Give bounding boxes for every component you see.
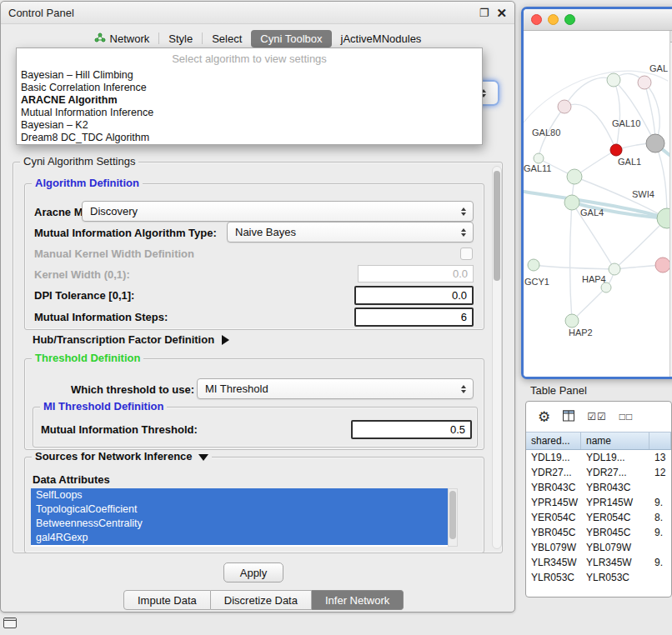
collapsed-arrow-icon bbox=[222, 335, 229, 345]
tab-network[interactable]: Network bbox=[85, 30, 159, 48]
network-node[interactable] bbox=[565, 314, 579, 328]
manual-kernel-checkbox bbox=[460, 248, 473, 260]
algorithm-placeholder: Select algorithm to view settings bbox=[17, 48, 482, 69]
kernel-width-label: Kernel Width (0,1): bbox=[34, 268, 130, 281]
control-panel-titlebar[interactable]: Control Panel ❐ ✕ bbox=[1, 2, 514, 24]
algorithm-option[interactable]: Basic Correlation Inference bbox=[17, 82, 482, 94]
algorithm-option-selected[interactable]: ARACNE Algorithm bbox=[17, 94, 482, 107]
cell: YBR045C bbox=[581, 527, 649, 538]
table-row[interactable]: YPR145W YPR145W 9. bbox=[526, 495, 671, 510]
network-node[interactable] bbox=[558, 100, 571, 113]
network-node[interactable] bbox=[655, 258, 669, 272]
settings-scrollbar[interactable] bbox=[492, 166, 502, 549]
network-edge[interactable] bbox=[534, 265, 614, 269]
network-edge[interactable] bbox=[564, 104, 616, 150]
network-edge[interactable] bbox=[572, 288, 606, 321]
network-node[interactable] bbox=[638, 76, 651, 89]
expanded-arrow-icon bbox=[198, 454, 208, 461]
cell: YPR145W bbox=[526, 497, 581, 508]
algorithm-option[interactable]: Mutual Information Inference bbox=[17, 107, 482, 119]
tab-label: Network bbox=[110, 32, 150, 45]
column-header-name[interactable]: name bbox=[581, 432, 649, 449]
algorithm-option[interactable]: Dream8 DC_TDC Algorithm bbox=[17, 132, 482, 144]
network-node[interactable] bbox=[567, 169, 582, 184]
cell: YLR345W bbox=[526, 557, 581, 568]
cell: 8. bbox=[649, 512, 671, 523]
deselect-all-icon[interactable]: □□ bbox=[619, 412, 634, 422]
cell: 9. bbox=[649, 557, 671, 568]
network-node[interactable] bbox=[646, 134, 664, 152]
tab-infer-network[interactable]: Infer Network bbox=[312, 590, 404, 610]
network-window-titlebar[interactable] bbox=[524, 9, 672, 31]
aracne-mode-select[interactable]: Discovery bbox=[82, 201, 474, 222]
network-node[interactable] bbox=[657, 208, 669, 228]
attribute-item-selected[interactable]: gal4RGexp bbox=[31, 531, 448, 545]
network-graph[interactable]: GAL80GAL10GAL1GAL11SWI4GAL4GCY1HAP4HAP2G… bbox=[524, 31, 669, 377]
select-all-icon[interactable]: ☑☑ bbox=[587, 412, 607, 422]
network-edge[interactable] bbox=[614, 80, 620, 150]
network-node[interactable] bbox=[609, 263, 620, 275]
network-edge[interactable] bbox=[570, 202, 572, 321]
mi-steps-label: Mutual Information Steps: bbox=[34, 311, 168, 323]
network-canvas[interactable]: GAL80GAL10GAL1GAL11SWI4GAL4GCY1HAP4HAP2G… bbox=[524, 31, 672, 377]
zoom-traffic-light[interactable] bbox=[564, 14, 575, 25]
node-label: GAL4 bbox=[580, 208, 604, 218]
mi-steps-field[interactable]: 6 bbox=[354, 308, 474, 327]
float-window-icon[interactable]: ❐ bbox=[479, 8, 489, 18]
settings-scrollbar-thumb[interactable] bbox=[494, 171, 500, 281]
cell: YBL079W bbox=[526, 542, 581, 553]
table-row[interactable]: YBR043C YBR043C bbox=[526, 480, 671, 495]
cell: YPR145W bbox=[581, 497, 649, 508]
tab-select[interactable]: Select bbox=[203, 30, 251, 48]
hub-tf-definition-toggle[interactable]: Hub/Transcription Factor Definition bbox=[33, 333, 229, 346]
network-edge[interactable] bbox=[655, 143, 667, 218]
sources-label: Sources for Network Inference bbox=[35, 450, 193, 462]
tab-impute-data[interactable]: Impute Data bbox=[123, 590, 211, 610]
attributes-scrollbar-thumb[interactable] bbox=[449, 491, 456, 539]
column-header-clipped[interactable] bbox=[649, 432, 671, 449]
hub-tf-label: Hub/Transcription Factor Definition bbox=[33, 333, 214, 346]
table-row[interactable]: YLR345W YLR345W 9. bbox=[526, 555, 671, 570]
tab-cyni-toolbox[interactable]: Cyni Toolbox bbox=[251, 30, 331, 48]
table-row[interactable]: YBR045C YBR045C 9. bbox=[526, 525, 671, 540]
network-node[interactable] bbox=[534, 153, 544, 163]
algorithm-option[interactable]: Bayesian – Hill Climbing bbox=[17, 69, 482, 82]
network-node[interactable] bbox=[607, 73, 620, 87]
kernel-width-field: 0.0 bbox=[358, 265, 474, 282]
close-traffic-light[interactable] bbox=[531, 14, 542, 25]
sources-toggle[interactable]: Sources for Network Inference bbox=[32, 450, 212, 462]
which-threshold-select[interactable]: MI Threshold bbox=[197, 378, 474, 399]
table-row[interactable]: YDR27... YDR27... 12 bbox=[526, 465, 671, 480]
attributes-scrollbar[interactable] bbox=[448, 488, 458, 547]
tab-jactivemodules[interactable]: jActiveMNodules bbox=[332, 30, 431, 48]
apply-button[interactable]: Apply bbox=[223, 562, 283, 582]
table-toolbar: ⚙ ☑☑ □□ bbox=[526, 402, 671, 432]
table-row[interactable]: YLR053C YLR053C bbox=[526, 570, 671, 585]
manual-kernel-label: Manual Kernel Width Definition bbox=[34, 248, 194, 260]
node-label: GAL10 bbox=[612, 118, 640, 128]
table-row[interactable]: YBL079W YBL079W bbox=[526, 540, 671, 555]
dpi-tolerance-field[interactable]: 0.0 bbox=[354, 286, 474, 305]
mi-threshold-field[interactable]: 0.5 bbox=[351, 420, 472, 439]
network-node[interactable] bbox=[564, 195, 579, 210]
attribute-item-selected[interactable]: BetweennessCentrality bbox=[31, 517, 448, 531]
attribute-item-selected[interactable]: SelfLoops bbox=[31, 488, 448, 502]
network-node[interactable] bbox=[610, 144, 622, 156]
network-node[interactable] bbox=[528, 259, 539, 271]
collapsed-panel-icon[interactable] bbox=[3, 618, 17, 628]
table-row[interactable]: YER054C YER054C 8. bbox=[526, 510, 671, 525]
close-icon[interactable]: ✕ bbox=[496, 7, 507, 19]
mi-type-select[interactable]: Naive Bayes bbox=[227, 222, 474, 242]
minimize-traffic-light[interactable] bbox=[548, 14, 559, 25]
control-panel-tabs: Network Style Select Cyni Toolbox jActiv… bbox=[1, 28, 514, 49]
data-attributes-label: Data Attributes bbox=[33, 473, 110, 486]
network-edge[interactable] bbox=[564, 78, 614, 107]
algorithm-option[interactable]: Bayesian – K2 bbox=[17, 119, 482, 132]
gear-icon[interactable]: ⚙ bbox=[538, 410, 550, 424]
table-row[interactable]: YDL19... YDL19... 13 bbox=[526, 450, 671, 465]
tab-style[interactable]: Style bbox=[159, 30, 202, 48]
attribute-item-selected[interactable]: TopologicalCoefficient bbox=[31, 502, 448, 517]
tab-discretize-data[interactable]: Discretize Data bbox=[211, 590, 312, 610]
columns-icon[interactable] bbox=[563, 410, 574, 424]
column-header-shared-name[interactable]: shared... bbox=[526, 432, 581, 449]
